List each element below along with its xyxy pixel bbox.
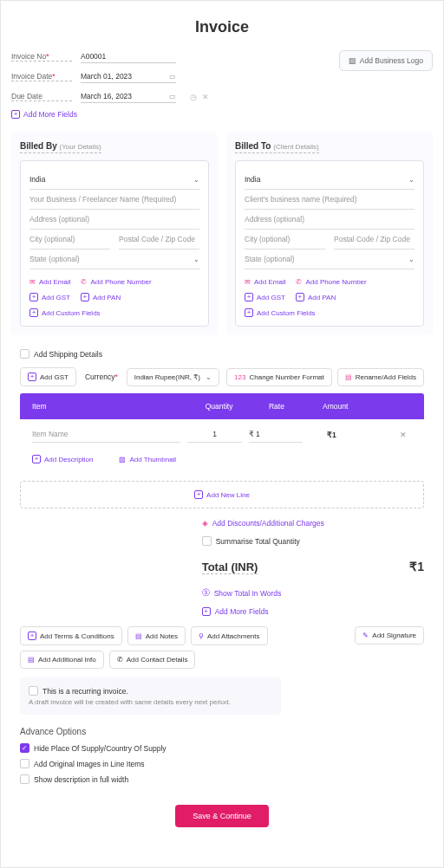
plus-icon: + [28, 632, 36, 640]
image-icon: ▨ [119, 456, 126, 463]
summarise-checkbox[interactable]: Summarise Total Quantity [202, 536, 424, 546]
checkbox-icon [202, 536, 212, 546]
invoice-no-input[interactable]: A00001 [81, 50, 176, 63]
currency-select[interactable]: Indian Rupee(INR, ₹)⌄ [127, 368, 219, 386]
table-row: Item Name 1 ₹ 1 ₹1 ✕ [20, 419, 424, 450]
tag-icon: ◈ [202, 519, 208, 528]
add-terms-button[interactable]: +Add Terms & Conditions [20, 626, 122, 645]
add-more-fields-button[interactable]: + Add More Fields [11, 110, 339, 119]
billed-by-add-pan-button[interactable]: +Add PAN [81, 293, 121, 301]
total-value: ₹1 [409, 560, 424, 573]
item-name-input[interactable]: Item Name [32, 426, 180, 443]
page-title: Invoice [11, 18, 433, 36]
billed-to-city-input[interactable]: City (optional) [245, 230, 325, 249]
clock-icon[interactable]: ◷ [190, 93, 197, 101]
billed-by-city-input[interactable]: City (optional) [29, 230, 110, 249]
add-logo-button[interactable]: ▨ Add Business Logo [339, 50, 433, 71]
due-date-label: Due Date [11, 92, 72, 101]
billed-by-name-input[interactable]: Your Business / Freelancer Name (Require… [29, 190, 199, 210]
add-description-button[interactable]: +Add Description [32, 455, 93, 463]
recurring-subtitle: A draft invoice will be created with sam… [29, 698, 272, 706]
calendar-icon: ▭ [169, 93, 176, 100]
checkbox-icon [29, 686, 38, 696]
billed-to-address-input[interactable]: Address (optional) [245, 210, 415, 230]
item-qty-input[interactable]: 1 [187, 426, 241, 443]
full-width-checkbox[interactable]: Show description in full width [20, 774, 424, 784]
mail-icon: ✉ [29, 278, 36, 286]
billed-to-name-input[interactable]: Client's business name (Required) [245, 190, 415, 210]
phone-icon: ✆ [81, 278, 87, 286]
checkbox-checked-icon: ✓ [20, 743, 29, 753]
plus-icon: + [32, 455, 41, 463]
chevron-down-icon: ⌄ [193, 176, 199, 184]
plus-icon: + [28, 372, 36, 381]
invoice-date-input[interactable]: March 01, 2023▭ [81, 70, 176, 83]
plus-icon: + [202, 607, 211, 616]
change-number-format-button[interactable]: 123Change Number Format [226, 368, 332, 386]
advance-options-title: Advance Options [20, 727, 424, 736]
add-line-button[interactable]: +Add New Line [20, 481, 424, 508]
billed-by-state-select[interactable]: State (optional)⌄ [29, 249, 199, 269]
billed-by-postal-input[interactable]: Postal Code / Zip Code [119, 230, 199, 249]
billed-to-add-pan-button[interactable]: +Add PAN [296, 293, 336, 301]
note-icon: ▤ [135, 632, 142, 640]
phone-icon: ✆ [296, 278, 302, 286]
mail-icon: ✉ [245, 278, 251, 286]
recurring-checkbox[interactable]: This is a recurring invoice. [29, 686, 272, 696]
show-words-button[interactable]: ⓢShow Total In Words [202, 588, 424, 599]
phone-icon: ✆ [117, 656, 123, 664]
item-rate-input[interactable]: ₹ 1 [249, 426, 303, 443]
plus-icon: + [245, 308, 253, 317]
plus-icon: + [194, 490, 203, 499]
rename-fields-button[interactable]: ▤Rename/Add Fields [337, 368, 424, 386]
plus-icon: + [29, 308, 38, 317]
billed-by-title: Billed By (Your Details) [20, 141, 101, 153]
close-icon[interactable]: ✕ [202, 93, 209, 101]
plus-icon: + [296, 293, 304, 301]
billed-by-country-select[interactable]: India⌄ [29, 170, 199, 190]
item-amount: ₹1 [310, 431, 395, 439]
billed-to-add-phone-button[interactable]: ✆Add Phone Number [296, 278, 366, 286]
shipping-checkbox[interactable]: Add Shipping Details [20, 349, 433, 359]
checkbox-icon [20, 349, 29, 359]
add-more-fields-total-button[interactable]: +Add More Fields [202, 607, 424, 616]
remove-row-button[interactable]: ✕ [395, 431, 412, 439]
billed-to-state-select[interactable]: State (optional)⌄ [245, 249, 415, 269]
due-date-input[interactable]: March 16, 2023▭ [81, 90, 176, 103]
billed-by-add-email-button[interactable]: ✉Add Email [29, 278, 70, 286]
attachment-icon: ⚲ [199, 632, 204, 640]
number-icon: 123 [234, 373, 245, 381]
save-continue-button[interactable]: Save & Continue [175, 805, 269, 827]
currency-label: Currency* [85, 372, 118, 381]
add-contact-button[interactable]: ✆Add Contact Details [109, 651, 196, 669]
table-header: Item Quantity Rate Amount [20, 393, 424, 419]
add-images-checkbox[interactable]: Add Original Images in Line Items [20, 759, 424, 768]
plus-icon: + [11, 110, 20, 119]
currency-icon: ⓢ [202, 588, 210, 599]
billed-by-add-phone-button[interactable]: ✆Add Phone Number [81, 278, 151, 286]
chevron-down-icon: ⌄ [193, 256, 199, 263]
add-discounts-button[interactable]: ◈Add Discounts/Additional Charges [202, 519, 424, 528]
billed-to-add-gst-button[interactable]: +Add GST [245, 293, 285, 301]
plus-icon: + [29, 293, 38, 301]
plus-icon: + [81, 293, 89, 301]
billed-to-add-custom-button[interactable]: +Add Custom Fields [245, 308, 316, 317]
invoice-no-label: Invoice No* [11, 52, 72, 62]
add-attachments-button[interactable]: ⚲Add Attachments [191, 626, 267, 645]
total-label: Total (INR) [202, 560, 258, 574]
billed-to-postal-input[interactable]: Postal Code / Zip Code [334, 230, 415, 249]
add-thumbnail-button[interactable]: ▨Add Thumbnail [119, 455, 176, 463]
hide-place-checkbox[interactable]: ✓Hide Place Of Supply/Country Of Supply [20, 743, 424, 753]
billed-to-add-email-button[interactable]: ✉Add Email [245, 278, 285, 286]
billed-to-country-select[interactable]: India⌄ [245, 170, 415, 190]
billed-by-add-gst-button[interactable]: +Add GST [29, 293, 70, 301]
add-gst-button[interactable]: +Add GST [20, 367, 76, 386]
add-notes-button[interactable]: ▤Add Notes [127, 626, 186, 645]
billed-by-address-input[interactable]: Address (optional) [29, 210, 199, 230]
add-signature-button[interactable]: ✎Add Signature [355, 626, 424, 645]
edit-icon: ▤ [345, 373, 352, 381]
billed-by-add-custom-button[interactable]: +Add Custom Fields [29, 308, 101, 317]
add-additional-info-button[interactable]: ▤Add Additional Info [20, 651, 104, 669]
chevron-down-icon: ⌄ [206, 373, 212, 381]
info-icon: ▤ [28, 656, 35, 664]
